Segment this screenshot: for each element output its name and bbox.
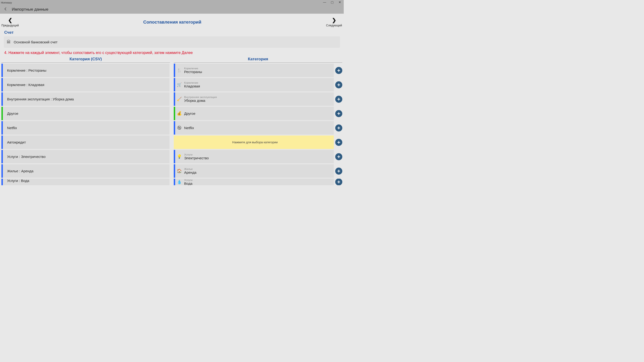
category-text: ЖильеАренда bbox=[184, 168, 196, 175]
category-row: 🏠ЖильеАренда bbox=[174, 164, 342, 178]
category-group-label: Кормление bbox=[184, 81, 200, 84]
category-item[interactable]: 🏠ЖильеАренда bbox=[174, 164, 334, 178]
close-button[interactable]: ✕ bbox=[338, 0, 342, 4]
bank-icon: 🏛 bbox=[6, 40, 11, 44]
prev-label: Предыдущий bbox=[2, 24, 19, 27]
category-column: Категория 🍴КормлениеРестораны🛒КормлениеК… bbox=[174, 57, 342, 186]
category-group-label: Кормление bbox=[184, 67, 202, 70]
csv-category-list: Кормление : РестораныКормление : Кладова… bbox=[2, 64, 170, 185]
category-group-label: Услуги bbox=[184, 153, 209, 156]
category-row: 🛒КормлениеКладовая bbox=[174, 78, 342, 91]
csv-category-item[interactable]: Внутренняя эксплуатация : Уборка дома bbox=[2, 92, 170, 106]
plus-icon bbox=[336, 82, 341, 87]
add-category-button[interactable] bbox=[335, 153, 342, 160]
category-icon: Ⓝ bbox=[176, 125, 182, 131]
category-name-label: Кладовая bbox=[184, 84, 200, 88]
category-item[interactable]: 💡УслугиЭлектричество bbox=[174, 150, 334, 163]
plus-icon bbox=[336, 140, 341, 145]
next-label: Следующий bbox=[326, 24, 342, 27]
add-category-button[interactable] bbox=[335, 81, 342, 88]
category-text: КормлениеКладовая bbox=[184, 81, 200, 88]
add-category-button[interactable] bbox=[335, 124, 342, 132]
cat-col-header: Категория bbox=[174, 57, 342, 63]
minimize-button[interactable]: — bbox=[322, 0, 327, 4]
category-row: 🍴КормлениеРестораны bbox=[174, 64, 342, 77]
category-icon: 💧 bbox=[176, 180, 182, 184]
category-row: 💧УслугиВода bbox=[174, 179, 342, 185]
category-item[interactable]: 🛒КормлениеКладовая bbox=[174, 78, 334, 91]
csv-category-item[interactable]: Другое bbox=[2, 107, 170, 120]
add-category-button[interactable] bbox=[335, 96, 342, 103]
csv-category-item[interactable]: Услуги : Вода bbox=[2, 179, 170, 185]
category-name-label: Электричество bbox=[184, 156, 209, 160]
category-row: 🧹Внутренняя эксплуатацияУборка дома bbox=[174, 92, 342, 106]
category-item[interactable]: 🧹Внутренняя эксплуатацияУборка дома bbox=[174, 92, 334, 106]
mapping-columns: Категория (CSV) Кормление : РестораныКор… bbox=[0, 57, 344, 186]
account-box[interactable]: 🏛 Основной банковский счет bbox=[4, 36, 340, 48]
category-list: 🍴КормлениеРестораны🛒КормлениеКладовая🧹Вн… bbox=[174, 64, 342, 185]
category-icon: 🍴 bbox=[176, 68, 182, 73]
chevron-right-icon: ❯ bbox=[332, 17, 336, 23]
plus-icon bbox=[336, 97, 341, 102]
category-select-prompt-text: Нажмите для выбора категории bbox=[232, 141, 278, 144]
category-text: Внутренняя эксплуатацияУборка дома bbox=[184, 96, 217, 103]
back-button[interactable] bbox=[2, 6, 10, 13]
add-category-button[interactable] bbox=[335, 67, 342, 74]
plus-icon bbox=[336, 154, 341, 159]
add-category-button[interactable] bbox=[335, 179, 342, 185]
category-text: УслугиВода bbox=[184, 179, 192, 185]
csv-category-item[interactable]: Кормление : Кладовая bbox=[2, 78, 170, 91]
category-row: 💡УслугиЭлектричество bbox=[174, 150, 342, 163]
csv-category-item[interactable]: Кормление : Рестораны bbox=[2, 64, 170, 77]
csv-category-item[interactable]: Netflix bbox=[2, 121, 170, 135]
category-name-label: Уборка дома bbox=[184, 99, 217, 103]
category-row: Нажмите для выбора категории bbox=[174, 136, 342, 149]
plus-icon bbox=[336, 111, 341, 116]
plus-icon bbox=[336, 169, 341, 174]
category-name-label: Рестораны bbox=[184, 70, 202, 74]
category-icon: 🏠 bbox=[176, 169, 182, 174]
csv-category-item[interactable]: Жилье : Аренда bbox=[2, 164, 170, 178]
category-icon: 💡 bbox=[176, 154, 182, 159]
next-button[interactable]: ❯ Следующий bbox=[326, 17, 342, 27]
csv-category-item[interactable]: Услуги : Электричество bbox=[2, 150, 170, 163]
account-section-label: Счет bbox=[0, 29, 344, 36]
arrow-left-icon bbox=[4, 7, 8, 11]
category-item[interactable]: 🍴КормлениеРестораны bbox=[174, 64, 334, 77]
add-category-button[interactable] bbox=[335, 110, 342, 117]
csv-category-item[interactable]: Автокредит bbox=[2, 136, 170, 149]
category-group-label: Услуги bbox=[184, 179, 192, 181]
app-title: Homeasy bbox=[1, 1, 12, 4]
category-name-label: Netflix bbox=[184, 126, 194, 130]
category-item[interactable]: ⓃNetflix bbox=[174, 121, 334, 135]
window-controls: — ▢ ✕ bbox=[322, 0, 343, 4]
add-category-button[interactable] bbox=[335, 168, 342, 175]
maximize-button[interactable]: ▢ bbox=[330, 0, 334, 4]
account-name: Основной банковский счет bbox=[14, 40, 58, 44]
category-item[interactable]: 💰Другое bbox=[174, 107, 334, 120]
plus-icon bbox=[336, 180, 341, 184]
category-text: УслугиЭлектричество bbox=[184, 153, 209, 160]
category-name-label: Аренда bbox=[184, 171, 196, 175]
category-row: 💰Другое bbox=[174, 107, 342, 120]
category-name-label: Другое bbox=[184, 112, 196, 116]
plus-icon bbox=[336, 126, 341, 130]
chevron-left-icon: ❮ bbox=[8, 17, 12, 23]
prev-button[interactable]: ❮ Предыдущий bbox=[2, 17, 19, 27]
wizard-nav: ❮ Предыдущий Сопоставления категорий ❯ С… bbox=[0, 14, 344, 29]
page-title: Сопоставления категорий bbox=[19, 19, 326, 25]
app-header: Импортные данные bbox=[0, 5, 344, 14]
add-category-button[interactable] bbox=[335, 139, 342, 146]
category-group-label: Жилье bbox=[184, 168, 196, 171]
category-text: КормлениеРестораны bbox=[184, 67, 202, 74]
header-title: Импортные данные bbox=[12, 7, 48, 12]
category-text: Другое bbox=[184, 112, 196, 116]
category-name-label: Вода bbox=[184, 181, 192, 185]
category-item[interactable]: 💧УслугиВода bbox=[174, 179, 334, 185]
category-text: Netflix bbox=[184, 126, 194, 130]
category-row: ⓃNetflix bbox=[174, 121, 342, 135]
page-body: ❮ Предыдущий Сопоставления категорий ❯ С… bbox=[0, 14, 344, 193]
category-group-label: Внутренняя эксплуатация bbox=[184, 96, 217, 99]
category-select-prompt[interactable]: Нажмите для выбора категории bbox=[174, 136, 334, 149]
category-icon: 🧹 bbox=[176, 97, 182, 102]
